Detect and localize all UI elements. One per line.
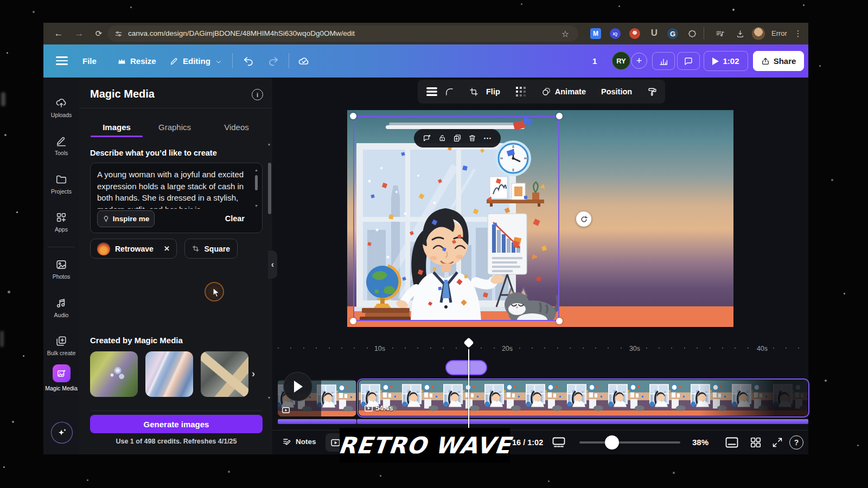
style-chip-retrowave[interactable]: Retrowave ✕ [90,239,177,259]
rotate-handle[interactable] [576,211,591,227]
corner-rounding-icon[interactable] [445,87,454,97]
lock-icon[interactable] [438,134,446,143]
playhead-line[interactable] [468,349,469,429]
sidebar-item-apps[interactable]: Apps [43,211,79,233]
sidebar-item-audio[interactable]: Audio [43,297,79,318]
sidebar-item-uploads[interactable]: Uploads [43,97,79,118]
clear-button[interactable]: Clear [225,214,245,223]
grid-view-icon[interactable] [748,436,763,449]
prompt-box[interactable]: A young woman with a joyful and excited … [90,163,263,233]
resize-button[interactable]: Resize [130,56,156,66]
undo-button[interactable] [241,54,256,69]
scroll-up-icon[interactable]: ▲ [254,168,259,172]
redo-button[interactable] [266,54,281,69]
add-collaborator-button[interactable]: + [631,53,647,69]
remove-style-icon[interactable]: ✕ [164,245,170,253]
flip-button[interactable]: Flip [486,87,500,96]
thumbnails-next-icon[interactable]: › [248,367,258,381]
animate-button[interactable]: Animate [541,87,586,97]
extension-iq-icon[interactable]: IQ [610,28,621,39]
forward-button[interactable]: → [73,27,86,40]
media-playlist-icon[interactable] [714,28,726,39]
sidebar-item-projects[interactable]: Projects [43,173,79,195]
file-menu[interactable]: File [82,56,97,66]
extension-u-icon[interactable]: U [649,27,660,39]
browser-menu-icon[interactable]: ⋮ [792,27,804,40]
chevron-down-icon[interactable] [215,58,222,66]
comments-button[interactable] [677,52,700,70]
tab-graphics[interactable]: Graphics [158,123,191,132]
present-play-button[interactable]: 1:02 [704,51,748,71]
tab-images[interactable]: Images [103,123,131,132]
extension-m-icon[interactable]: M [590,28,601,39]
main-menu-icon[interactable] [56,56,68,66]
collaborator-avatar[interactable]: RY [612,52,630,70]
comment-icon[interactable] [423,134,431,143]
aspect-chip-square[interactable]: Square [184,239,238,259]
zoom-slider-knob[interactable] [605,435,619,450]
fit-page-icon[interactable] [724,436,739,449]
extension-g-icon[interactable]: G [667,28,678,39]
generated-thumbnail-3[interactable] [201,351,248,397]
audio-track-2[interactable] [357,419,808,424]
duplicate-icon[interactable] [453,134,462,143]
panel-scroll-down-icon[interactable]: ▼ [266,395,272,400]
help-icon[interactable]: ? [789,435,803,450]
timeline-selected-item[interactable] [445,360,487,375]
selection-handle-sw[interactable] [350,318,356,324]
browser-error-label[interactable]: Error [771,29,787,37]
magic-media-label: Magic Media [43,385,79,391]
assistant-sparkle-button[interactable] [51,422,73,444]
reload-button[interactable]: ⟳ [92,27,105,40]
info-icon[interactable]: i [252,89,263,100]
adjust-lines-icon[interactable] [426,87,437,96]
notes-button[interactable]: Notes [282,437,316,446]
pages-view-icon[interactable] [551,436,566,449]
generated-thumbnail-2[interactable] [145,351,193,397]
back-button[interactable]: ← [52,27,65,40]
photos-label: Photos [43,273,79,280]
scroll-down-icon[interactable]: ▼ [254,203,259,208]
delete-icon[interactable] [468,134,476,143]
selection-handle-se[interactable] [556,318,563,324]
selection-handle-ne[interactable] [556,113,563,119]
tab-videos[interactable]: Videos [224,123,249,132]
fullscreen-icon[interactable] [770,436,785,449]
audio-track-1[interactable] [278,419,356,424]
extension-red-icon[interactable] [629,28,640,39]
zoom-level[interactable]: 38% [692,438,709,447]
position-button[interactable]: Position [601,87,632,96]
share-button[interactable]: Share [753,51,804,71]
more-options-icon[interactable]: ⋯ [483,133,492,143]
insights-button[interactable] [652,52,675,70]
url-bar[interactable]: canva.com/design/DAGimjBDONE/48MHIM4hSi6… [107,25,578,42]
extensions-puzzle-icon[interactable] [687,28,698,39]
sidebar-item-bulk-create[interactable]: Bulk create [43,335,79,356]
site-info-icon[interactable] [114,29,123,38]
panel-collapse-handle[interactable]: ‹ [268,251,277,279]
downloads-icon[interactable] [735,28,745,39]
prompt-scrollbar[interactable]: ▲ ▼ [254,168,259,211]
timeline-clip-selected[interactable]: 54.4s [357,378,809,418]
panel-scrollbar-thumb[interactable] [268,163,271,214]
transparency-icon[interactable] [515,86,526,97]
panel-scroll-up-icon[interactable]: ▲ [266,141,272,146]
sidebar-item-magic-media[interactable]: Magic Media [43,364,79,391]
profile-avatar[interactable] [752,27,765,40]
timeline-play-button[interactable] [283,372,312,401]
sidebar-item-photos[interactable]: Photos [43,258,79,280]
inspire-me-button[interactable]: Inspire me [97,210,155,227]
paint-roller-icon[interactable] [647,87,658,97]
editing-mode-dropdown[interactable]: Editing [183,56,210,66]
generated-thumbnail-1[interactable] [90,351,138,397]
zoom-slider-track[interactable] [579,441,680,444]
crop-icon[interactable] [469,87,478,97]
bookmark-star-icon[interactable]: ☆ [560,28,571,39]
toolbar-divider [704,27,704,39]
generate-images-button[interactable]: Generate images [90,415,263,433]
selection-handle-nw[interactable] [350,113,356,119]
prompt-input[interactable]: A young woman with a joyful and excited … [97,169,245,209]
sidebar-item-tools[interactable]: Tools [43,134,79,156]
timeline-ruler-ticks[interactable] [278,348,808,349]
canvas-page[interactable] [347,110,733,327]
